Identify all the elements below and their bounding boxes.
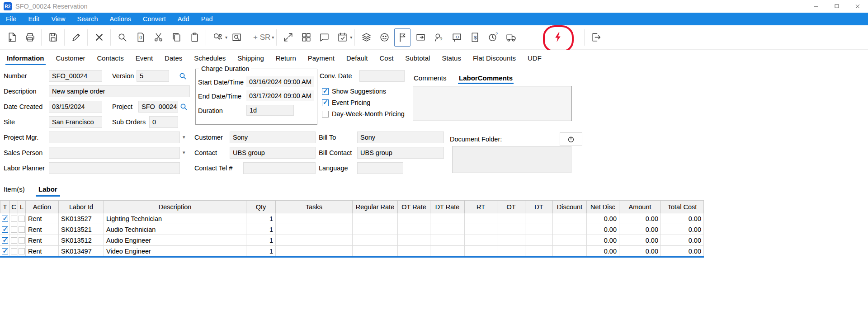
delete-button[interactable] — [91, 28, 107, 47]
start-datetime-field[interactable]: 03/16/2024 09:00 AM — [246, 76, 314, 87]
show-suggestions-checkbox[interactable] — [322, 88, 329, 95]
column-header-tasks[interactable]: Tasks — [276, 201, 353, 213]
tab-comments[interactable]: Comments — [414, 74, 447, 82]
row-checkbox-l[interactable] — [19, 226, 25, 233]
menu-file[interactable]: File — [0, 13, 22, 25]
cell-tasks[interactable] — [276, 246, 353, 256]
project-field[interactable]: SFO_00024 — [138, 101, 178, 113]
column-header-rt[interactable]: RT — [465, 201, 497, 213]
tab-labor[interactable]: Labor — [38, 185, 57, 193]
cell-net-disc[interactable]: 0.00 — [587, 246, 619, 256]
sub-orders-field[interactable]: 0 — [149, 116, 178, 128]
cell-qty[interactable]: 1 — [246, 235, 276, 245]
column-header-qty[interactable]: Qty — [246, 201, 276, 213]
row-checkbox-t[interactable] — [2, 248, 8, 254]
tab-default[interactable]: Default — [340, 50, 374, 66]
smiley-button[interactable] — [376, 28, 392, 47]
table-row[interactable]: Rent SK013512 Audio Engineer 1 0.00 0.00… — [0, 235, 704, 246]
menu-view[interactable]: View — [45, 13, 71, 25]
column-header-amount[interactable]: Amount — [619, 201, 661, 213]
cell-rt[interactable] — [465, 213, 497, 224]
cell-qty[interactable]: 1 — [246, 246, 276, 256]
cell-total-cost[interactable]: 0.00 — [661, 235, 704, 245]
expand-button[interactable] — [280, 28, 296, 47]
bill-to-field[interactable]: Sony — [357, 132, 444, 143]
cell-description[interactable]: Lighting Technician — [104, 213, 246, 224]
cell-ot-rate[interactable] — [398, 224, 430, 235]
day-week-month-checkbox[interactable] — [322, 111, 329, 118]
billing-document-button[interactable]: $ — [467, 28, 483, 47]
lightning-button[interactable] — [550, 28, 566, 47]
cell-rt[interactable] — [465, 246, 497, 256]
cell-action[interactable]: Rent — [26, 213, 59, 224]
cell-total-cost[interactable]: 0.00 — [661, 246, 704, 256]
cell-dt-rate[interactable] — [430, 213, 465, 224]
column-header-net-disc[interactable]: Net Disc — [587, 201, 619, 213]
delivery-truck-button[interactable] — [503, 28, 519, 47]
cell-tasks[interactable] — [276, 235, 353, 245]
cell-ot[interactable] — [497, 213, 525, 224]
menu-edit[interactable]: Edit — [22, 13, 45, 25]
menu-convert[interactable]: Convert — [137, 13, 172, 25]
cell-ot[interactable] — [497, 235, 525, 245]
cell-qty[interactable]: 1 — [246, 224, 276, 235]
tab-contacts[interactable]: Contacts — [91, 50, 130, 66]
menu-search[interactable]: Search — [71, 13, 104, 25]
cut-button[interactable] — [150, 28, 166, 47]
cell-net-disc[interactable]: 0.00 — [587, 213, 619, 224]
cell-amount[interactable]: 0.00 — [619, 246, 661, 256]
column-header-c[interactable]: C — [10, 201, 18, 213]
cell-labor-id[interactable]: SK013512 — [59, 235, 104, 245]
row-checkbox-l[interactable] — [19, 216, 25, 222]
tab-customer[interactable]: Customer — [50, 50, 91, 66]
cell-total-cost[interactable]: 0.00 — [661, 224, 704, 235]
row-checkbox-l[interactable] — [19, 237, 25, 244]
tab-payment[interactable]: Payment — [302, 50, 340, 66]
cell-net-disc[interactable]: 0.00 — [587, 224, 619, 235]
cell-ot[interactable] — [497, 246, 525, 256]
document-folder-box[interactable] — [452, 146, 571, 173]
person-search-button[interactable] — [209, 28, 226, 47]
cell-rt[interactable] — [465, 224, 497, 235]
box-search-button[interactable] — [228, 28, 245, 47]
tab-dates[interactable]: Dates — [159, 50, 188, 66]
minimize-button[interactable] — [806, 0, 826, 13]
cell-action[interactable]: Rent — [26, 246, 59, 256]
tab-shipping[interactable]: Shipping — [231, 50, 269, 66]
column-header-description[interactable]: Description — [104, 201, 246, 213]
cell-ot-rate[interactable] — [398, 235, 430, 245]
table-row[interactable]: Rent SK013521 Audio Technician 1 0.00 0.… — [0, 224, 704, 235]
row-checkbox-c[interactable] — [11, 226, 17, 233]
cell-action[interactable]: Rent — [26, 224, 59, 235]
edit-button[interactable] — [68, 28, 84, 47]
project-mgr-caret-icon[interactable]: ▾ — [183, 134, 185, 140]
notes-button[interactable]: O — [448, 28, 465, 47]
end-datetime-field[interactable]: 03/17/2024 09:00 AM — [246, 90, 314, 101]
column-header-regular-rate[interactable]: Regular Rate — [353, 201, 398, 213]
tab-status[interactable]: Status — [436, 50, 467, 66]
version-field[interactable]: 5 — [137, 70, 169, 82]
tab-udf[interactable]: UDF — [522, 50, 547, 66]
column-header-t[interactable]: T — [0, 201, 10, 213]
cell-regular-rate[interactable] — [353, 235, 398, 245]
row-checkbox-c[interactable] — [11, 237, 17, 244]
tab-subtotal[interactable]: Subtotal — [399, 50, 436, 66]
labor-planner-field[interactable] — [49, 162, 180, 174]
column-header-ot-rate[interactable]: OT Rate — [398, 201, 430, 213]
tab-items[interactable]: Item(s) — [4, 185, 25, 193]
conv-date-field[interactable] — [359, 70, 405, 82]
cell-ot[interactable] — [497, 224, 525, 235]
cell-net-disc[interactable]: 0.00 — [587, 235, 619, 245]
cell-description[interactable]: Audio Technician — [104, 224, 246, 235]
cell-amount[interactable]: 0.00 — [619, 213, 661, 224]
language-field[interactable] — [357, 162, 403, 174]
cell-discount[interactable] — [553, 213, 587, 224]
print-button[interactable] — [22, 28, 38, 47]
column-header-action[interactable]: Action — [26, 201, 59, 213]
contact-tel-field[interactable] — [243, 162, 316, 174]
cell-tasks[interactable] — [276, 213, 353, 224]
copy-button[interactable] — [168, 28, 184, 47]
tab-information[interactable]: Information — [1, 50, 50, 66]
cell-total-cost[interactable]: 0.00 — [661, 213, 704, 224]
cell-amount[interactable]: 0.00 — [619, 224, 661, 235]
